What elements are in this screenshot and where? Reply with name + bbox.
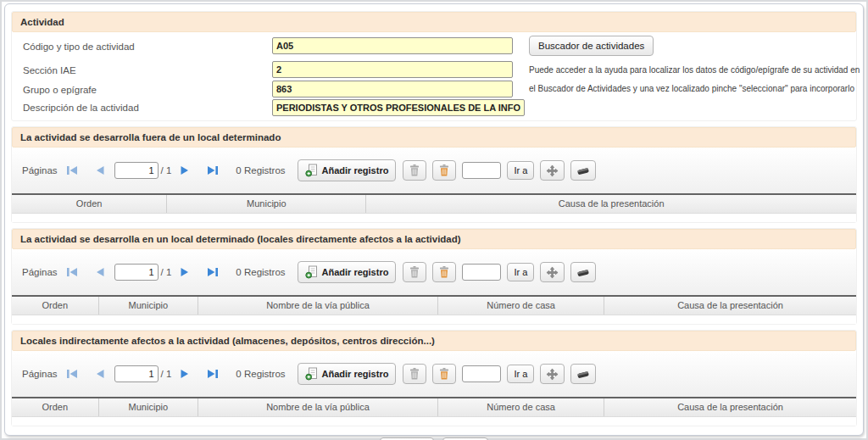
next-page-icon[interactable] bbox=[180, 369, 190, 379]
section-actividad: Actividad Código y tipo de actividad Bus… bbox=[11, 11, 857, 121]
delete-all-button[interactable] bbox=[432, 364, 456, 384]
first-page-icon[interactable] bbox=[66, 267, 78, 277]
column-header: Nombre de la vía pública bbox=[198, 297, 437, 315]
erase-button[interactable] bbox=[570, 160, 596, 181]
codigo-tipo-label: Código y tipo de actividad bbox=[23, 42, 135, 52]
first-page-icon[interactable] bbox=[66, 165, 78, 175]
add-record-label: Añadir registro bbox=[322, 369, 389, 379]
table-header-row: Orden Municipio Nombre de la vía pública… bbox=[12, 397, 856, 417]
column-header: Nombre de la vía pública bbox=[198, 398, 437, 416]
pagination-toolbar: Páginas / 1 0 Registros Añadir registro … bbox=[12, 148, 856, 193]
pages-label: Páginas bbox=[22, 267, 58, 277]
add-record-button[interactable]: Añadir registro bbox=[298, 261, 397, 283]
eraser-icon bbox=[576, 368, 590, 380]
erase-button[interactable] bbox=[570, 262, 596, 282]
add-record-button[interactable]: Añadir registro bbox=[298, 159, 397, 181]
column-header: Causa de la presentación bbox=[604, 297, 856, 315]
goto-page-input[interactable] bbox=[462, 365, 501, 382]
section-locales-indirectos: Locales indirectamente afectos a la acti… bbox=[11, 330, 857, 426]
eraser-icon bbox=[576, 266, 590, 278]
add-record-label: Añadir registro bbox=[322, 267, 389, 277]
records-count: 0 Registros bbox=[236, 165, 285, 175]
trash-icon bbox=[409, 265, 420, 279]
trash-orange-icon bbox=[438, 164, 450, 177]
move-record-button[interactable] bbox=[540, 364, 565, 384]
section-fuera-local: La actividad se desarrolla fuera de un l… bbox=[11, 126, 857, 223]
add-record-icon bbox=[305, 164, 318, 177]
column-header: Orden bbox=[12, 297, 98, 315]
column-header: Número de casa bbox=[437, 297, 604, 315]
delete-all-button[interactable] bbox=[432, 262, 456, 282]
table-header-row: Orden Municipio Causa de la presentación bbox=[12, 193, 856, 214]
trash-orange-icon bbox=[438, 367, 450, 381]
delete-record-button[interactable] bbox=[403, 160, 426, 181]
records-count: 0 Registros bbox=[236, 267, 285, 277]
page-total-label: / 1 bbox=[161, 165, 172, 175]
form-actions: Guardar Borrar bbox=[11, 432, 857, 440]
trash-icon bbox=[409, 367, 420, 381]
column-header: Causa de la presentación bbox=[365, 195, 856, 213]
seccion-iae-input[interactable] bbox=[272, 61, 513, 78]
column-header: Municipio bbox=[166, 195, 365, 213]
page-number-input[interactable] bbox=[114, 365, 159, 382]
section-fuera-local-header: La actividad se desarrolla fuera de un l… bbox=[12, 127, 856, 148]
page-number-input[interactable] bbox=[114, 264, 159, 281]
delete-record-button[interactable] bbox=[403, 262, 426, 282]
column-header: Municipio bbox=[98, 297, 198, 315]
move-record-button[interactable] bbox=[540, 262, 565, 282]
goto-page-input[interactable] bbox=[462, 264, 501, 281]
help-text-line2: el Buscador de Actividades y una vez loc… bbox=[529, 84, 868, 93]
section-actividad-header: Actividad bbox=[12, 12, 856, 32]
activity-form: Código y tipo de actividad Buscador de a… bbox=[12, 32, 856, 120]
add-record-icon bbox=[305, 367, 318, 381]
add-record-label: Añadir registro bbox=[322, 165, 389, 175]
page-total-label: / 1 bbox=[161, 267, 172, 277]
trash-orange-icon bbox=[438, 265, 450, 279]
move-record-button[interactable] bbox=[540, 160, 565, 181]
column-header: Orden bbox=[12, 195, 166, 213]
pagination-toolbar: Páginas / 1 0 Registros Añadir registro … bbox=[12, 249, 856, 295]
help-text-line1: Puede acceder a la ayuda para localizar … bbox=[529, 65, 868, 75]
empty-table-body bbox=[12, 417, 856, 426]
next-page-icon[interactable] bbox=[180, 267, 190, 277]
seccion-iae-label: Sección IAE bbox=[23, 65, 76, 75]
delete-record-button[interactable] bbox=[403, 364, 426, 384]
first-page-icon[interactable] bbox=[66, 369, 78, 379]
goto-button[interactable]: Ir a bbox=[507, 263, 534, 281]
descripcion-label: Descripción de la actividad bbox=[23, 103, 139, 113]
previous-page-icon[interactable] bbox=[95, 165, 105, 175]
pages-label: Páginas bbox=[22, 165, 58, 175]
erase-button[interactable] bbox=[570, 364, 596, 384]
table-header-row: Orden Municipio Nombre de la vía pública… bbox=[12, 295, 856, 315]
last-page-icon[interactable] bbox=[207, 369, 219, 379]
grupo-epigrafe-label: Grupo o epígrafe bbox=[23, 85, 97, 95]
trash-icon bbox=[409, 164, 420, 177]
column-header: Municipio bbox=[98, 398, 198, 416]
move-arrows-icon bbox=[546, 164, 559, 177]
section-local-directo: La actividad se desarrolla en un local d… bbox=[11, 228, 857, 325]
next-page-icon[interactable] bbox=[180, 165, 190, 175]
section-locales-indirectos-header: Locales indirectamente afectos a la acti… bbox=[12, 331, 856, 351]
add-record-icon bbox=[305, 265, 318, 279]
empty-table-body bbox=[12, 214, 856, 222]
buscador-actividades-button[interactable]: Buscador de actividades bbox=[529, 36, 654, 56]
column-header: Causa de la presentación bbox=[604, 398, 856, 416]
delete-all-button[interactable] bbox=[432, 160, 456, 181]
pagination-toolbar: Páginas / 1 0 Registros Añadir registro … bbox=[12, 351, 856, 397]
last-page-icon[interactable] bbox=[207, 165, 219, 175]
grupo-epigrafe-input[interactable] bbox=[272, 81, 513, 97]
form-panel: Actividad Código y tipo de actividad Bus… bbox=[4, 3, 864, 436]
goto-page-input[interactable] bbox=[462, 162, 501, 179]
add-record-button[interactable]: Añadir registro bbox=[298, 363, 397, 385]
last-page-icon[interactable] bbox=[207, 267, 219, 277]
empty-table-body bbox=[12, 315, 856, 324]
goto-button[interactable]: Ir a bbox=[507, 161, 534, 180]
page-number-input[interactable] bbox=[114, 162, 159, 179]
previous-page-icon[interactable] bbox=[95, 267, 105, 277]
codigo-tipo-input[interactable] bbox=[272, 37, 513, 54]
eraser-icon bbox=[576, 164, 590, 176]
column-header: Número de casa bbox=[437, 398, 604, 416]
descripcion-input[interactable] bbox=[272, 99, 525, 116]
goto-button[interactable]: Ir a bbox=[507, 365, 534, 383]
previous-page-icon[interactable] bbox=[95, 369, 105, 379]
